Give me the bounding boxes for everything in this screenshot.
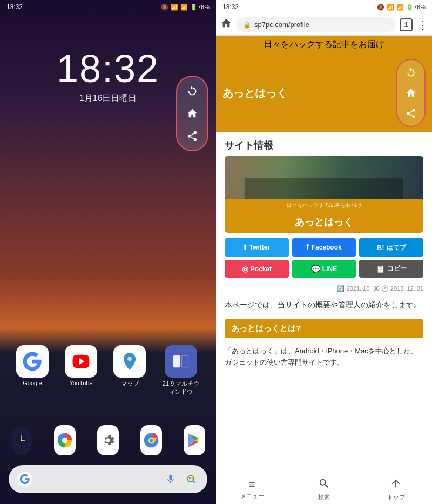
nav-buttons-right[interactable]: [396, 59, 426, 127]
status-icons-left: 🔕 📶 📶 🔋76%: [161, 3, 210, 11]
multiwindow-icon: [165, 345, 197, 378]
pocket-share-button[interactable]: ◎ Pocket: [225, 260, 289, 278]
maps-label: マップ: [121, 380, 139, 388]
status-time-right: 18:32: [222, 3, 239, 11]
google-search-logo: [17, 472, 32, 487]
dock-photos[interactable]: [54, 425, 76, 455]
bottom-nav: ≡ メニュー 検索 トップ: [216, 474, 432, 504]
browser-home-button[interactable]: [220, 17, 232, 32]
back-button-right[interactable]: [402, 63, 420, 82]
search-icon: [318, 478, 330, 492]
maps-icon: [113, 345, 146, 378]
site-title: あっとはっく: [222, 86, 287, 100]
menu-icon: ≡: [249, 479, 255, 491]
site-header: 日々をハックする記事をお届け: [216, 36, 432, 53]
svg-point-11: [62, 438, 68, 443]
more-menu-button[interactable]: ⋮: [417, 18, 428, 31]
date-info: 🔄 2021. 10. 30 🕐 2013. 12. 01: [216, 283, 432, 294]
facebook-icon: f: [306, 243, 309, 252]
home-button-left[interactable]: [183, 104, 202, 123]
profile-image: [225, 156, 423, 199]
signal-icon: 📶: [180, 4, 188, 11]
nav-menu[interactable]: ≡ メニュー: [216, 474, 288, 504]
app-youtube[interactable]: YouTube: [65, 345, 97, 386]
share-row-2: ◎ Pocket 💬 LINE 📋 コピー: [225, 260, 423, 278]
twitter-icon: 𝕥: [244, 243, 247, 252]
app-grid-area: Google YouTube: [0, 345, 216, 396]
mute-icon: 🔕: [161, 4, 168, 11]
browser-bar: 🔒 sp7pc.com/profile 1 ⋮: [216, 14, 432, 36]
section-title: サイト情報: [216, 132, 432, 156]
share-row-1: 𝕥 Twitter f Facebook B! はてブ: [225, 238, 423, 257]
google-icon: [16, 345, 49, 378]
big-clock: 18:32: [57, 46, 159, 91]
status-bar-left: 18:32 🔕 📶 📶 🔋76%: [0, 0, 216, 14]
date-display: 1月16日日曜日: [79, 93, 137, 104]
nav-top[interactable]: トップ: [360, 474, 432, 504]
line-share-button[interactable]: 💬 LINE: [292, 260, 356, 278]
google-label: Google: [23, 380, 42, 386]
hatena-label: はてブ: [387, 243, 406, 252]
menu-label: メニュー: [240, 492, 264, 500]
left-panel: 18:32 🔕 📶 📶 🔋76% 18:32 1月16日日曜日: [0, 0, 216, 504]
profile-subtitle-img: 日々をハックする記事をお届け: [225, 199, 423, 211]
dock-settings[interactable]: [97, 425, 119, 455]
multiwindow-label: 21:9 マルチウィンドウ: [162, 380, 200, 396]
site-title-bar: あっとはっく: [216, 53, 432, 132]
section-heading-2: あっとはっくとは?: [225, 319, 423, 338]
facebook-share-button[interactable]: f Facebook: [292, 238, 356, 257]
status-bar-right: 18:32 🔕 📶 📶 🔋76%: [216, 0, 432, 14]
wifi-icon-right: 📶: [387, 4, 394, 11]
mute-icon-right: 🔕: [377, 4, 384, 11]
dock-chrome[interactable]: [140, 425, 162, 455]
dock-clock[interactable]: [11, 425, 32, 455]
copy-icon: 📋: [376, 265, 385, 273]
share-button-right[interactable]: [402, 104, 420, 123]
youtube-icon: [65, 345, 97, 378]
app-maps[interactable]: マップ: [113, 345, 146, 388]
home-button-right[interactable]: [402, 84, 420, 102]
copy-share-button[interactable]: 📋 コピー: [359, 260, 423, 278]
mic-button[interactable]: [163, 472, 178, 487]
nav-search[interactable]: 検索: [288, 474, 360, 504]
browser-content[interactable]: サイト情報 日々をハックする記事をお届け あっとはっく 𝕥 Twitter f …: [216, 132, 432, 474]
hatena-share-button[interactable]: B! はてブ: [359, 238, 423, 257]
copy-label: コピー: [387, 264, 407, 273]
share-button-left[interactable]: [183, 126, 202, 146]
twitter-label: Twitter: [249, 244, 270, 251]
profile-block: 日々をハックする記事をお届け あっとはっく: [225, 156, 423, 233]
battery-left: 🔋76%: [190, 4, 210, 11]
search-bar[interactable]: [9, 465, 207, 493]
line-icon: 💬: [311, 265, 320, 273]
status-icons-right: 🔕 📶 📶 🔋76%: [377, 3, 426, 11]
site-description: 本ページでは、当サイトの概要や管理人の紹介をします。: [216, 294, 432, 315]
lock-icon: 🔒: [243, 21, 251, 29]
tab-count[interactable]: 1: [400, 18, 413, 31]
app-multiwindow[interactable]: 21:9 マルチウィンドウ: [162, 345, 200, 396]
wifi-icon: 📶: [171, 4, 178, 11]
nav-buttons-left[interactable]: [176, 76, 208, 151]
svg-rect-4: [173, 355, 180, 368]
svg-point-15: [150, 439, 153, 442]
hatena-icon: B!: [377, 244, 384, 252]
right-panel: 18:32 🔕 📶 📶 🔋76% 🔒 sp7pc.com/profile 1 ⋮…: [216, 0, 432, 504]
site-description-2: 「あっとはっく」は、Android・iPhone・Macを中心とした、ガジェット…: [216, 342, 432, 372]
pocket-label: Pocket: [251, 265, 272, 273]
dock-playstore[interactable]: [184, 425, 205, 455]
share-buttons-area: 𝕥 Twitter f Facebook B! はてブ ◎ Pocket: [216, 233, 432, 283]
profile-site-title: あっとはっく: [225, 211, 423, 233]
svg-rect-6: [182, 355, 188, 367]
site-subtitle: 日々をハックする記事をお届け: [222, 39, 426, 50]
url-bar[interactable]: 🔒 sp7pc.com/profile: [237, 17, 395, 32]
signal-icon-right: 📶: [396, 4, 404, 11]
top-label: トップ: [387, 493, 405, 501]
back-button-left[interactable]: [183, 81, 202, 100]
youtube-label: YouTube: [69, 380, 92, 386]
lens-button[interactable]: [184, 472, 199, 487]
line-label: LINE: [322, 265, 337, 273]
twitter-share-button[interactable]: 𝕥 Twitter: [225, 238, 289, 257]
top-icon: [390, 478, 402, 492]
app-google[interactable]: Google: [16, 345, 49, 386]
facebook-label: Facebook: [312, 244, 342, 251]
url-text: sp7pc.com/profile: [254, 21, 309, 29]
